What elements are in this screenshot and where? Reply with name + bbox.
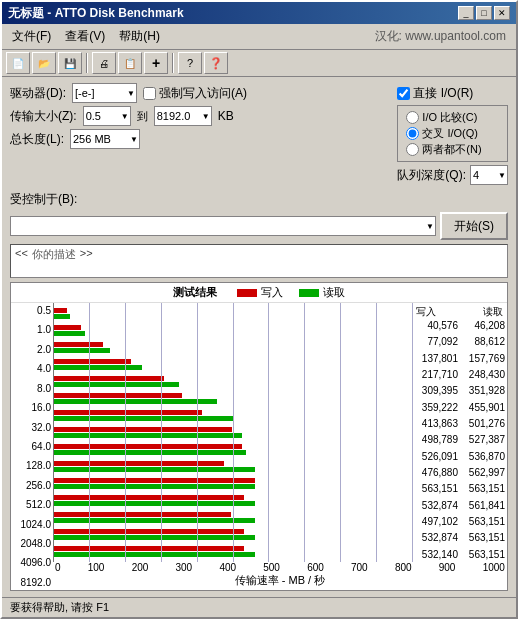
save-button[interactable]: 💾 bbox=[58, 52, 82, 74]
force-write-checkbox[interactable] bbox=[143, 87, 156, 100]
controlled-by-label: 受控制于(B): bbox=[10, 191, 77, 208]
read-bar bbox=[53, 535, 255, 540]
legend-read: 读取 bbox=[299, 285, 345, 300]
write-bar bbox=[53, 529, 244, 534]
read-bar bbox=[53, 450, 246, 455]
read-bar bbox=[53, 382, 179, 387]
data-value-row: 532,874563,151 bbox=[414, 532, 505, 543]
queue-select-wrap: 4 bbox=[470, 165, 508, 185]
y-axis-label: 32.0 bbox=[11, 422, 51, 433]
controlled-by-row: 受控制于(B): bbox=[10, 191, 508, 208]
question-button[interactable]: ? bbox=[178, 52, 202, 74]
radio-io-none[interactable]: 两者都不(N) bbox=[406, 142, 499, 157]
read-value: 248,430 bbox=[461, 369, 505, 380]
menu-help[interactable]: 帮助(H) bbox=[113, 26, 166, 47]
bar-row bbox=[53, 409, 412, 422]
toolbar: 📄 📂 💾 🖨 📋 + ? ❓ bbox=[2, 50, 516, 77]
bar-row bbox=[53, 341, 412, 354]
write-value: 137,801 bbox=[414, 353, 458, 364]
bars-and-data: 写入 读取 40,57646,20877,09288,612137,801157… bbox=[53, 303, 507, 590]
start-button[interactable]: 开始(S) bbox=[440, 212, 508, 240]
write-color-box bbox=[237, 289, 257, 297]
plus-button[interactable]: + bbox=[144, 52, 168, 74]
data-value-row: 217,710248,430 bbox=[414, 369, 505, 380]
chart-section: 测试结果 写入 读取 0.51.02.04.08.016.032.064.012 bbox=[10, 282, 508, 591]
data-write-header: 写入 bbox=[416, 305, 436, 319]
read-bar bbox=[53, 484, 255, 489]
new-button[interactable]: 📄 bbox=[6, 52, 30, 74]
direct-io-checkbox[interactable] bbox=[397, 87, 410, 100]
direct-io-label[interactable]: 直接 I/O(R) bbox=[397, 85, 473, 102]
read-value: 563,151 bbox=[461, 516, 505, 527]
data-value-row: 476,880562,997 bbox=[414, 467, 505, 478]
total-length-label: 总长度(L): bbox=[10, 131, 64, 148]
read-value: 88,612 bbox=[461, 336, 505, 347]
force-write-label[interactable]: 强制写入访问(A) bbox=[143, 85, 247, 102]
radio-io-cross[interactable]: 交叉 I/O(Q) bbox=[406, 126, 499, 141]
y-axis-label: 512.0 bbox=[11, 499, 51, 510]
direct-io-text: 直接 I/O(R) bbox=[413, 85, 473, 102]
write-value: 532,874 bbox=[414, 500, 458, 511]
drive-row: 驱动器(D): [-e-] 强制写入访问(A) bbox=[10, 83, 389, 103]
read-color-box bbox=[299, 289, 319, 297]
read-value: 563,151 bbox=[461, 549, 505, 560]
write-value: 40,576 bbox=[414, 320, 458, 331]
top-controls: 驱动器(D): [-e-] 强制写入访问(A) 传输大小(Z): bbox=[10, 83, 508, 185]
x-axis-tick: 700 bbox=[351, 562, 368, 573]
write-bar bbox=[53, 512, 231, 517]
title-bar: 无标题 - ATTO Disk Benchmark _ □ ✕ bbox=[2, 2, 516, 24]
bar-row bbox=[53, 375, 412, 388]
bar-row bbox=[53, 494, 412, 507]
write-bar bbox=[53, 359, 131, 364]
print-button[interactable]: 🖨 bbox=[92, 52, 116, 74]
window-controls: _ □ ✕ bbox=[458, 6, 510, 20]
read-bar bbox=[53, 331, 85, 336]
window-title: 无标题 - ATTO Disk Benchmark bbox=[8, 5, 184, 22]
data-rows: 40,57646,20877,09288,612137,801157,76921… bbox=[414, 320, 505, 560]
open-button[interactable]: 📂 bbox=[32, 52, 56, 74]
x-axis: 01002003004005006007008009001000 传输速率 - … bbox=[53, 562, 507, 590]
transfer-to-select[interactable]: 8192.0 bbox=[154, 106, 212, 126]
bar-row bbox=[53, 477, 412, 490]
drive-select-wrap: [-e-] bbox=[72, 83, 137, 103]
data-header: 写入 读取 bbox=[414, 305, 505, 319]
write-value: 309,395 bbox=[414, 385, 458, 396]
copy-button[interactable]: 📋 bbox=[118, 52, 142, 74]
write-value: 497,102 bbox=[414, 516, 458, 527]
menu-file[interactable]: 文件(F) bbox=[6, 26, 57, 47]
read-value: 455,901 bbox=[461, 402, 505, 413]
y-axis-label: 64.0 bbox=[11, 441, 51, 452]
write-bar bbox=[53, 393, 182, 398]
x-axis-tick: 400 bbox=[219, 562, 236, 573]
data-value-row: 309,395351,928 bbox=[414, 385, 505, 396]
transfer-from-select[interactable]: 0.5 bbox=[83, 106, 131, 126]
maximize-button[interactable]: □ bbox=[476, 6, 492, 20]
bar-container bbox=[53, 305, 412, 560]
help-button[interactable]: ❓ bbox=[204, 52, 228, 74]
read-bar bbox=[53, 501, 255, 506]
read-bar bbox=[53, 314, 70, 319]
bar-row bbox=[53, 545, 412, 558]
menu-view[interactable]: 查看(V) bbox=[59, 26, 111, 47]
desc-suffix: >> bbox=[80, 247, 93, 259]
x-axis-tick: 100 bbox=[88, 562, 105, 573]
data-value-row: 413,863501,276 bbox=[414, 418, 505, 429]
y-axis-label: 256.0 bbox=[11, 480, 51, 491]
drive-select[interactable]: [-e-] bbox=[72, 83, 137, 103]
x-axis-tick: 300 bbox=[176, 562, 193, 573]
total-length-select[interactable]: 256 MB bbox=[70, 129, 140, 149]
close-button[interactable]: ✕ bbox=[494, 6, 510, 20]
write-value: 532,140 bbox=[414, 549, 458, 560]
queue-select[interactable]: 4 bbox=[470, 165, 508, 185]
write-value: 413,863 bbox=[414, 418, 458, 429]
radio-io-compare[interactable]: I/O 比较(C) bbox=[406, 110, 499, 125]
chart-body: 0.51.02.04.08.016.032.064.0128.0256.0512… bbox=[11, 303, 507, 590]
controlled-select[interactable] bbox=[10, 216, 436, 236]
minimize-button[interactable]: _ bbox=[458, 6, 474, 20]
x-axis-tick: 900 bbox=[439, 562, 456, 573]
total-length-wrap: 256 MB bbox=[70, 129, 140, 149]
write-bar bbox=[53, 308, 67, 313]
bar-row bbox=[53, 307, 412, 320]
y-axis-label: 1024.0 bbox=[11, 519, 51, 530]
read-value: 157,769 bbox=[461, 353, 505, 364]
